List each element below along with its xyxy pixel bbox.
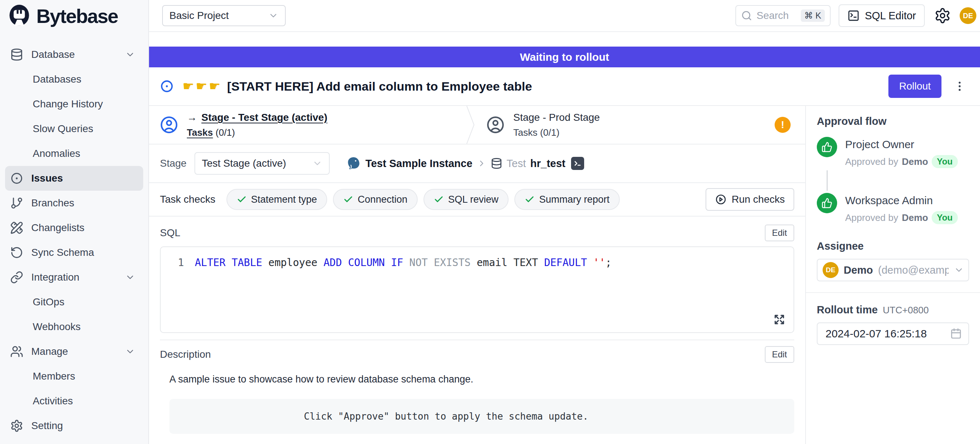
- bytebase-logo-icon: [7, 4, 31, 28]
- sidebar-item-sync-schema[interactable]: Sync Schema: [5, 240, 143, 265]
- assignee-heading: Assignee: [817, 240, 969, 252]
- sql-code-editor: 1ALTER TABLE employee ADD COLUMN IF NOT …: [160, 246, 794, 333]
- sidebar-item-databases[interactable]: Databases: [5, 67, 143, 92]
- main-content: Waiting to rollout ☛☛☛ [START HERE] Add …: [149, 32, 980, 444]
- stage-tasks-count: (0/1): [540, 127, 559, 138]
- sidebar-item-activities[interactable]: Activities: [5, 389, 143, 414]
- top-bar: Basic Project Search ⌘ K SQL Editor DE: [149, 0, 980, 32]
- rollout-time-value: 2024-02-07 16:25:18: [826, 327, 927, 340]
- stage-tasks-label: Tasks: [513, 127, 537, 138]
- database-breadcrumb: Test Sample Instance Test hr_test: [347, 156, 584, 171]
- check-sql-review[interactable]: SQL review: [423, 189, 509, 210]
- approval-role: Workspace Admin: [845, 194, 958, 207]
- project-selector-value: Basic Project: [169, 10, 229, 21]
- gear-icon: [10, 419, 23, 432]
- sql-edit-button[interactable]: Edit: [765, 225, 794, 241]
- project-selector[interactable]: Basic Project: [162, 5, 286, 26]
- sql-token: DEFAULT: [544, 257, 593, 268]
- issue-open-status-icon: [160, 79, 174, 93]
- database-icon: [491, 158, 502, 169]
- assignee-email: (demo@example: [878, 264, 949, 276]
- sidebar-item-changelists[interactable]: Changelists: [5, 216, 143, 240]
- issue-title-row: ☛☛☛ [START HERE] Add email column to Emp…: [149, 67, 980, 106]
- circle-dot-icon: [10, 172, 23, 185]
- git-branch-icon: [10, 196, 23, 210]
- approval-step-workspace-admin: Workspace Admin Approved by Demo You: [817, 193, 969, 224]
- approver-name: Demo: [902, 156, 928, 168]
- approval-steps: Project Owner Approved by Demo You W: [817, 137, 969, 224]
- sidebar-item-change-history[interactable]: Change History: [5, 92, 143, 117]
- issue-title: [START HERE] Add email column to Employe…: [227, 79, 888, 94]
- check-statement-type[interactable]: Statement type: [226, 189, 328, 210]
- settings-gear-button[interactable]: [934, 7, 951, 24]
- instance-link[interactable]: Test Sample Instance: [365, 158, 472, 169]
- user-avatar[interactable]: DE: [959, 7, 976, 24]
- sql-token: ;: [605, 257, 611, 268]
- brand-name: Bytebase: [37, 5, 118, 27]
- check-icon: [237, 194, 247, 204]
- issue-detail-column: → Stage - Test Stage (active) Tasks (0/1…: [149, 106, 805, 444]
- sidebar-item-integration[interactable]: Integration: [5, 265, 143, 290]
- approval-flow-heading: Approval flow: [817, 115, 969, 128]
- sql-section: SQL Edit 1ALTER TABLE employee ADD COLUM…: [149, 217, 805, 333]
- description-code-block: Click "Approve" button to apply the sche…: [169, 399, 794, 434]
- thumbs-up-icon: [817, 193, 837, 213]
- stage-tab-prod[interactable]: Stage - Prod Stage Tasks (0/1) !: [476, 106, 805, 144]
- users-icon: [10, 345, 23, 358]
- sql-token: employee: [262, 257, 323, 268]
- sidebar-item-issues[interactable]: Issues: [5, 166, 143, 191]
- check-icon: [343, 194, 353, 204]
- pencil-ruler-icon: [10, 221, 23, 234]
- open-sql-editor-icon[interactable]: [571, 157, 584, 170]
- stage-select-dropdown[interactable]: Test Stage (active): [194, 152, 330, 175]
- status-banner-text: Waiting to rollout: [520, 51, 609, 63]
- sidebar-item-gitops[interactable]: GitOps: [5, 290, 143, 315]
- rollout-timezone: UTC+0800: [883, 305, 929, 316]
- run-checks-button[interactable]: Run checks: [706, 188, 794, 211]
- calendar-icon[interactable]: [950, 328, 962, 340]
- sidebar: Bytebase Database Databases Change Histo…: [0, 0, 149, 444]
- stage-title: Stage - Prod Stage: [513, 112, 600, 123]
- issue-sidebar-panel: Approval flow Project Owner Approved by …: [805, 106, 980, 444]
- user-circle-icon: [486, 116, 504, 134]
- stage-tab-test[interactable]: → Stage - Test Stage (active) Tasks (0/1…: [149, 106, 466, 144]
- rollout-time-input[interactable]: 2024-02-07 16:25:18: [817, 323, 969, 345]
- approval-role: Project Owner: [845, 138, 958, 151]
- sidebar-item-members[interactable]: Members: [5, 364, 143, 389]
- pointer-emoji: ☛☛☛: [183, 78, 222, 94]
- search-shortcut-badge: ⌘ K: [801, 10, 825, 22]
- stage-tasks-link[interactable]: Tasks: [187, 127, 213, 138]
- sidebar-item-webhooks[interactable]: Webhooks: [5, 315, 143, 339]
- sql-heading: SQL: [160, 227, 180, 239]
- check-connection[interactable]: Connection: [333, 189, 418, 210]
- sidebar-item-manage[interactable]: Manage: [5, 339, 143, 364]
- you-badge: You: [932, 211, 958, 224]
- task-checks-row: Task checks Statement type Connection SQ…: [149, 183, 805, 217]
- search-placeholder: Search: [756, 10, 796, 21]
- check-icon: [525, 194, 535, 204]
- bytebase-app: Bytebase Database Databases Change Histo…: [0, 0, 980, 444]
- sidebar-nav: Database Databases Change History Slow Q…: [0, 42, 148, 438]
- sidebar-item-setting[interactable]: Setting: [5, 414, 143, 438]
- kebab-menu-icon[interactable]: [952, 77, 967, 96]
- chevron-down-icon: [125, 50, 135, 60]
- brand-logo[interactable]: Bytebase: [0, 0, 148, 32]
- sidebar-item-anomalies[interactable]: Anomalies: [5, 141, 143, 166]
- sidebar-item-database[interactable]: Database: [5, 42, 143, 67]
- assignee-select[interactable]: DE Demo (demo@example: [817, 259, 969, 281]
- thumbs-up-icon: [817, 137, 837, 157]
- description-edit-button[interactable]: Edit: [765, 346, 794, 363]
- description-text: A sample issue to showcase how to review…: [169, 374, 794, 385]
- chevron-down-icon: [125, 272, 135, 283]
- rollout-button[interactable]: Rollout: [888, 75, 942, 98]
- database-icon: [10, 48, 23, 61]
- check-summary-report[interactable]: Summary report: [514, 189, 620, 210]
- sidebar-item-slow-queries[interactable]: Slow Queries: [5, 117, 143, 141]
- sql-editor-button[interactable]: SQL Editor: [838, 4, 925, 27]
- play-circle-icon: [715, 193, 727, 205]
- search-input[interactable]: Search ⌘ K: [735, 5, 830, 26]
- sidebar-item-branches[interactable]: Branches: [5, 191, 143, 216]
- expand-icon[interactable]: [773, 313, 786, 326]
- database-link[interactable]: hr_test: [530, 158, 566, 169]
- postgres-icon: [347, 156, 361, 171]
